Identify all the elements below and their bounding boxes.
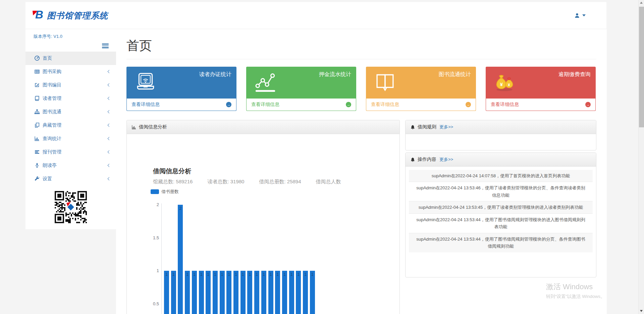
card-detail-label: 查看详细信息 [251,102,279,108]
sidebar-item-label: 首页 [43,55,52,61]
sidebar-item[interactable]: 图书编目 [25,78,116,92]
sidebar-item[interactable]: 设置 [25,172,116,186]
operations-more-link[interactable]: 更多>> [439,156,453,163]
bar[interactable] [220,271,225,314]
app-title: 图书馆管理系统 [47,10,108,21]
card-detail-label: 查看详细信息 [131,102,160,108]
bar-value-label: 1 [199,272,204,277]
bar[interactable] [185,271,190,314]
chevron-left-icon [108,70,111,73]
book-icon [34,96,40,101]
brand-logo-icon: B [32,10,45,21]
bell-icon [410,157,415,162]
chevron-left-icon [108,177,111,180]
sidebar-item[interactable]: 图书采购 [25,65,116,78]
bar[interactable] [254,271,259,314]
bar[interactable] [261,271,266,314]
bar[interactable] [275,271,280,314]
arrow-circle-right-icon: → [346,102,351,107]
stat-card-title: 押金流水统计 [319,71,351,78]
legend-swatch [151,189,159,194]
sitemap-icon [34,109,40,115]
y-axis-tick-label: 2 [146,202,159,207]
sidebar-toggle-button[interactable] [102,44,109,48]
newspaper-icon [34,149,40,155]
bar[interactable] [247,271,252,314]
bar[interactable] [178,205,183,314]
bar[interactable] [206,271,211,314]
bar-value-label: 1 [254,272,259,277]
bar-value-label: 1 [185,272,190,277]
user-menu[interactable] [574,13,586,18]
y-axis-tick-label: 1.5 [146,235,159,240]
operation-log-panel: 操作内容 更多>> supAdmin在2022-04-24 14:07:58，使… [405,152,596,277]
app-container: B 图书馆管理系统 版本序号: V1.0 首页图书采购图书编目读者管理图书流通典… [25,0,606,314]
chart-legend[interactable]: 借书册数 [151,189,179,195]
card-detail-label: 查看详细信息 [371,102,399,108]
qr-code [55,191,87,223]
bar-value-label: 1 [282,272,287,277]
sidebar-item[interactable]: 查询统计 [25,132,116,145]
bar[interactable] [171,271,176,314]
scroll-down-arrow-icon[interactable] [640,310,643,312]
bar[interactable] [303,271,308,314]
scroll-up-arrow-icon[interactable] [640,2,643,4]
app-logo: B 图书馆管理系统 [32,10,108,21]
card-detail-link[interactable]: 查看详细信息→ [486,99,596,111]
bar[interactable] [296,271,301,314]
bar[interactable] [268,271,273,314]
operation-log-list: supAdmin在2022-04-24 14:07:58，使用了首页模块的进入首… [406,167,596,277]
bar[interactable] [226,271,231,314]
edit-icon [34,82,40,88]
bar-value-label: 2 [178,206,183,211]
bar[interactable] [310,271,315,314]
stat-card-top: 读者办证统计 [126,67,236,99]
panel-header-label: 借阅信息分析 [139,124,167,130]
scrollbar-thumb[interactable] [639,7,644,127]
stat-cards: 读者办证统计查看详细信息→押金流水统计查看详细信息→图书流通统计查看详细信息→¥… [126,67,596,111]
stat-card-top: 图书流通统计 [366,67,476,99]
bar-value-label: 1 [310,272,315,277]
bell-icon [410,125,415,130]
top-navbar: B 图书馆管理系统 [25,2,606,29]
sidebar-item[interactable]: 典藏管理 [25,119,116,132]
arrow-circle-right-icon: → [585,102,591,107]
bar[interactable] [240,271,246,314]
log-entry: supAdmin在2022-04-24 13:53:46，使用了读者类别管理模块… [409,182,593,201]
card-detail-link[interactable]: 查看详细信息→ [126,99,236,111]
bar[interactable] [164,271,169,314]
card-detail-link[interactable]: 查看详细信息→ [246,99,356,111]
bar-value-label: 1 [261,272,266,277]
vertical-scrollbar[interactable] [638,0,644,314]
chevron-left-icon [108,110,111,113]
chart-subtitle-stats: 馆藏总数: 589216读者总数: 31980借阅总册数: 25894借阅总人数 [153,179,399,185]
bar-value-label: 1 [275,272,280,277]
borrow-analysis-panel-header: 借阅信息分析 [127,120,399,134]
bar[interactable] [192,271,197,314]
sidebar-item[interactable]: 读者管理 [25,92,116,105]
sidebar-item-label: 查询统计 [43,136,61,142]
sidebar-item-label: 图书采购 [43,69,61,75]
arrow-circle-right-icon: → [226,102,231,107]
chart-title: 借阅信息分析 [153,167,191,176]
bar[interactable] [282,271,287,314]
panel-title: 操作内容 [418,156,436,163]
sidebar-item[interactable]: 图书流通 [25,105,116,119]
sidebar-item-label: 报刊管理 [43,149,61,155]
user-icon [574,13,580,18]
bar[interactable] [199,271,204,314]
bar[interactable] [289,271,294,314]
sidebar-item[interactable]: 朗读亭 [25,159,116,172]
stat-card-title: 图书流通统计 [439,71,471,78]
log-entry: supAdmin在2022-04-24 13:53:44，使用了图书借阅规则管理… [409,233,593,252]
bar[interactable] [233,271,238,314]
sidebar-item[interactable]: 首页 [25,52,116,65]
log-entry: supAdmin在2022-04-24 13:53:44，使用了图书借阅规则管理… [409,214,593,233]
sidebar-item[interactable]: 报刊管理 [25,145,116,159]
svg-text:¥: ¥ [508,83,510,87]
card-detail-link[interactable]: 查看详细信息→ [366,99,476,111]
rules-more-link[interactable]: 更多>> [439,124,453,130]
bar-chart-icon [131,125,137,130]
money-bags-icon: ¥¥ [494,71,516,93]
bar[interactable] [213,271,218,314]
